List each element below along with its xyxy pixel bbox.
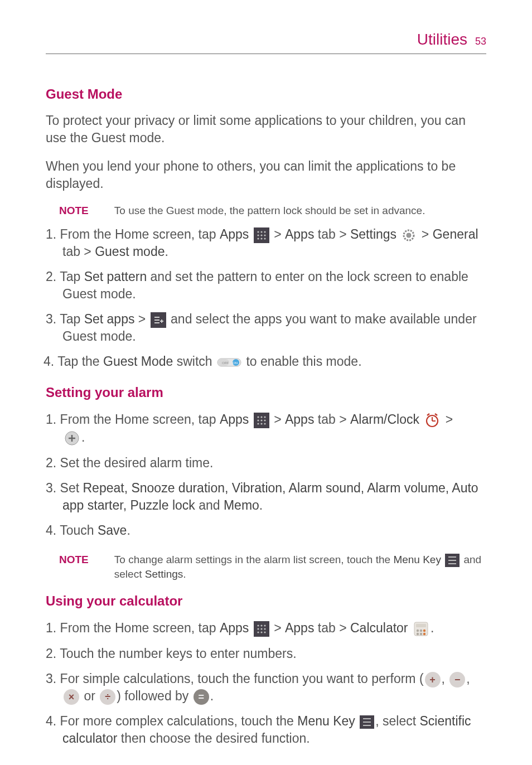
guest-mode-note: NOTE To use the Guest mode, the pattern … [59,204,486,218]
guest-mode-heading: Guest Mode [46,85,486,103]
toggle-switch-icon: OFFON [217,357,241,368]
note-text: To use the Guest mode, the pattern lock … [114,204,425,218]
svg-point-21 [264,416,265,418]
svg-point-45 [417,630,419,632]
text: Tap the [57,354,103,369]
apps-tab-label: Apps [285,621,314,635]
text: > [442,412,453,427]
calc-step-4: For more complex calculations, touch the… [46,713,486,747]
svg-point-38 [260,628,262,630]
guest-mode-para-1: To protect your privacy or limit some ap… [46,112,486,147]
svg-point-23 [260,419,262,421]
settings-gear-icon [401,227,417,243]
svg-rect-11 [154,317,159,318]
note-text: To change alarm settings in the alarm li… [114,553,486,582]
svg-text:ON: ON [233,361,238,365]
guest-mode-step-1: From the Home screen, tap Apps > Apps ta… [46,226,486,260]
text: From the Home screen, tap [60,227,220,241]
menu-key-icon [445,554,460,567]
text: . [81,430,85,444]
text: . [259,498,263,512]
svg-point-2 [264,231,265,233]
set-pattern-label: Set pattern [84,269,147,284]
text: > [270,227,285,241]
svg-point-39 [264,628,265,630]
text: From the Home screen, tap [60,621,220,635]
svg-point-42 [264,631,265,633]
apps-label: Apps [220,621,249,635]
svg-point-46 [420,630,422,632]
calc-step-2: Touch the number keys to enter numbers. [46,645,486,662]
text: then choose the desired function. [117,731,309,745]
svg-point-4 [260,234,262,236]
general-label: General [433,227,478,241]
guest-mode-step-4: Tap the Guest Mode switch OFFON to enabl… [46,353,486,370]
text: From the Home screen, tap [60,412,220,427]
guest-mode-steps: From the Home screen, tap Apps > Apps ta… [46,226,486,370]
memo-label: Memo [224,498,259,512]
apps-tab-label: Apps [285,412,314,427]
apps-grid-icon [254,621,269,637]
calc-minus-key-icon: − [449,672,465,687]
set-apps-label: Set apps [84,312,135,326]
svg-point-6 [257,238,259,239]
svg-point-48 [417,633,419,635]
alarm-step-4: Touch Save. [46,522,486,539]
menu-key-label: Menu Key [393,554,441,565]
set-apps-icon [151,312,166,328]
text: ) followed by [117,689,192,703]
svg-rect-13 [154,322,159,323]
svg-point-0 [257,231,259,233]
text: or [80,689,99,703]
text: tab > [314,621,350,635]
text: switch [173,354,216,369]
page-header: Utilities 53 [46,29,486,54]
text: and [195,498,224,512]
calc-divide-key-icon: ÷ [100,689,115,705]
header-page-number: 53 [475,35,486,48]
svg-point-40 [257,631,259,633]
guest-mode-step-2: Tap Set pattern and set the pattern to e… [46,268,486,303]
text: Set [60,481,83,495]
apps-label: Apps [220,227,249,241]
text: . [431,621,434,635]
alarm-options-labels: Repeat, Snooze duration, Vibration, Alar… [62,481,478,512]
svg-point-49 [420,633,422,635]
svg-point-34 [257,624,259,626]
svg-point-50 [423,633,425,635]
alarm-step-2: Set the desired alarm time. [46,454,486,472]
svg-point-47 [423,630,425,632]
alarm-note: NOTE To change alarm settings in the ala… [59,553,486,582]
svg-point-5 [264,234,265,236]
svg-point-37 [257,628,259,630]
settings-label: Settings [145,568,183,580]
text: Touch [60,523,98,538]
alarm-clock-icon [424,412,441,429]
svg-point-36 [264,624,265,626]
text: For simple calculations, touch the funct… [60,671,424,686]
text: . [127,523,130,538]
guest-mode-switch-label: Guest Mode [103,354,173,369]
alarm-step-3: Set Repeat, Snooze duration, Vibration, … [46,480,486,514]
svg-point-27 [264,423,265,424]
calc-multiply-key-icon: × [64,689,79,705]
svg-point-22 [257,419,259,421]
text: . [210,689,214,703]
svg-point-35 [260,624,262,626]
svg-point-1 [260,231,262,233]
guest-mode-para-2: When you lend your phone to others, you … [46,158,486,192]
calc-plus-key-icon: + [425,672,441,687]
save-label: Save [98,523,127,538]
calculator-app-icon [413,621,429,637]
apps-grid-icon [254,227,269,243]
svg-point-3 [257,234,259,236]
alarm-heading: Setting your alarm [46,384,486,401]
calc-step-3: For simple calculations, touch the funct… [46,670,486,705]
calc-step-1: From the Home screen, tap Apps > Apps ta… [46,619,486,637]
note-label: NOTE [59,204,89,218]
svg-point-41 [260,631,262,633]
text: . [183,568,186,580]
menu-key-label: Menu Key [297,714,355,728]
guest-mode-label: Guest mode [95,244,165,259]
svg-point-7 [260,238,262,239]
